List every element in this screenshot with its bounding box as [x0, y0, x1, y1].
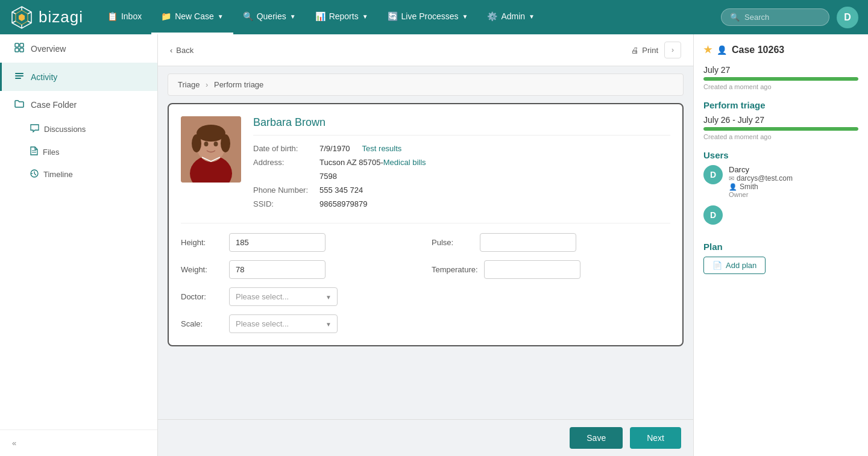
doctor-row: Doctor: Please select... — [181, 287, 670, 306]
nav-queries-label: Queries — [257, 11, 286, 21]
next-button[interactable]: Next — [630, 427, 681, 449]
discussions-label: Discussions — [44, 125, 86, 134]
weight-input[interactable] — [229, 260, 326, 279]
dob-label: Date of birth: — [253, 144, 319, 153]
address-zip-row: 7598 — [253, 172, 670, 181]
star-icon[interactable]: ★ — [703, 44, 712, 55]
dob-row: Date of birth: 7/9/1970 Test results — [253, 144, 670, 153]
nav-item-reports[interactable]: 📊 Reports ▼ — [306, 0, 378, 34]
discussions-icon — [30, 124, 39, 134]
address-zip-value: 7598 — [319, 172, 337, 181]
sidebar-item-overview[interactable]: Overview — [0, 34, 157, 63]
files-label: Files — [43, 148, 59, 157]
add-plan-icon: 📄 — [712, 261, 722, 270]
doctor-select-wrapper: Please select... — [229, 287, 338, 306]
height-input[interactable] — [229, 233, 326, 252]
save-button[interactable]: Save — [570, 427, 623, 449]
nav-new-case-label: New Case — [175, 11, 214, 21]
main-layout: Overview Activity Case Folder Discussion… — [0, 34, 868, 456]
scale-select[interactable]: Please select... — [229, 314, 338, 333]
svg-rect-15 — [15, 78, 21, 79]
back-chevron-icon: ‹ — [170, 46, 172, 55]
form-card: Barbara Brown Date of birth: 7/9/1970 Te… — [168, 103, 684, 346]
nav-reports-label: Reports — [329, 11, 359, 21]
new-case-icon: 📁 — [161, 11, 171, 21]
progress-bar-2 — [703, 127, 858, 131]
content-toolbar: ‹ Back 🖨 Print › — [158, 34, 693, 66]
phone-value: 555 345 724 — [319, 186, 363, 195]
weight-field-group: Weight: — [181, 260, 420, 279]
breadcrumb-step1: Triage — [178, 80, 200, 89]
patient-name: Barbara Brown — [253, 116, 670, 136]
add-plan-button[interactable]: 📄 Add plan — [703, 257, 766, 274]
sidebar-case-folder-label: Case Folder — [31, 100, 77, 110]
center-content: ‹ Back 🖨 Print › Triage › Perform triage — [158, 34, 693, 456]
progress-bar-1 — [703, 77, 858, 81]
temperature-field-group: Temperature: — [432, 260, 670, 279]
queries-chevron-icon: ▼ — [290, 13, 296, 20]
user-avatar[interactable]: D — [837, 7, 858, 28]
svg-rect-13 — [15, 73, 24, 74]
sidebar-sub-items: Discussions Files Timeline — [0, 118, 157, 186]
svg-line-7 — [12, 21, 16, 23]
doctor-label: Doctor: — [181, 292, 223, 301]
logo-text: bizagi — [39, 8, 83, 27]
nav-item-queries[interactable]: 🔍 Queries ▼ — [233, 0, 306, 34]
search-bar[interactable]: 🔍 — [721, 8, 829, 26]
sidebar-item-timeline[interactable]: Timeline — [30, 163, 157, 186]
print-button[interactable]: 🖨 Print — [631, 46, 658, 55]
pulse-label: Pulse: — [432, 238, 474, 247]
svg-rect-12 — [20, 48, 24, 52]
search-input[interactable] — [744, 13, 817, 22]
scale-select-wrapper: Please select... — [229, 314, 338, 333]
svg-point-24 — [197, 125, 225, 142]
sidebar-collapse-btn[interactable]: « — [0, 429, 157, 456]
address-row: Address: Tucson AZ 85705- Medical bills — [253, 158, 670, 167]
queries-icon: 🔍 — [243, 11, 253, 21]
sidebar-item-case-folder[interactable]: Case Folder — [0, 91, 157, 118]
expand-icon: › — [671, 46, 674, 54]
nav-item-admin[interactable]: ⚙️ Admin ▼ — [477, 0, 544, 34]
temperature-input[interactable] — [484, 260, 580, 279]
breadcrumb-step2: Perform triage — [214, 80, 263, 89]
medical-bills-link[interactable]: Medical bills — [383, 158, 426, 167]
user-details-darcy: Darcy ✉ darcys@test.com 👤 Smith Owner — [729, 165, 793, 198]
nav-item-live-processes[interactable]: 🔄 Live Processes ▼ — [378, 0, 478, 34]
phone-row: Phone Number: 555 345 724 — [253, 186, 670, 195]
doctor-select[interactable]: Please select... — [229, 287, 338, 306]
sidebar-item-discussions[interactable]: Discussions — [30, 118, 157, 140]
user-role-row: 👤 Smith — [729, 183, 793, 191]
live-processes-icon: 🔄 — [388, 11, 398, 21]
right-sidebar: ★ 👤 Case 10263 July 27 Created a moment … — [693, 34, 868, 456]
nav-item-inbox[interactable]: 📋 Inbox — [98, 0, 151, 34]
sidebar-item-files[interactable]: Files — [30, 140, 157, 163]
case-person-icon: 👤 — [717, 45, 727, 55]
admin-icon: ⚙️ — [487, 11, 497, 21]
back-button[interactable]: ‹ Back — [170, 46, 193, 55]
nav-item-new-case[interactable]: 📁 New Case ▼ — [151, 0, 233, 34]
pulse-field-group: Pulse: — [432, 233, 670, 252]
sidebar-item-activity[interactable]: Activity — [0, 63, 157, 91]
live-processes-chevron-icon: ▼ — [462, 13, 468, 20]
phone-label: Phone Number: — [253, 186, 319, 195]
user-avatar-second: D — [703, 205, 723, 225]
activity-icon — [14, 71, 25, 83]
patient-info: Barbara Brown Date of birth: 7/9/1970 Te… — [253, 116, 670, 213]
plan-title: Plan — [703, 242, 858, 252]
svg-rect-9 — [15, 43, 19, 47]
test-results-link[interactable]: Test results — [362, 144, 402, 153]
form-fields: Height: Pulse: Weight: — [181, 233, 670, 333]
form-area: Barbara Brown Date of birth: 7/9/1970 Te… — [158, 96, 693, 419]
search-icon: 🔍 — [730, 13, 740, 22]
timeline-created-2: Created a moment ago — [703, 133, 858, 140]
expand-button[interactable]: › — [664, 42, 681, 58]
case-number: Case 10263 — [732, 45, 784, 55]
doctor-field-group: Doctor: Please select... — [181, 287, 670, 306]
logo[interactable]: bizagi — [10, 5, 83, 30]
perform-triage-section: Perform triage July 26 - July 27 Created… — [703, 100, 858, 140]
svg-point-28 — [214, 142, 218, 146]
pulse-input[interactable] — [480, 233, 576, 252]
svg-point-25 — [192, 134, 201, 152]
perform-triage-title: Perform triage — [703, 100, 858, 110]
timeline-date-2: July 26 - July 27 — [703, 115, 858, 125]
